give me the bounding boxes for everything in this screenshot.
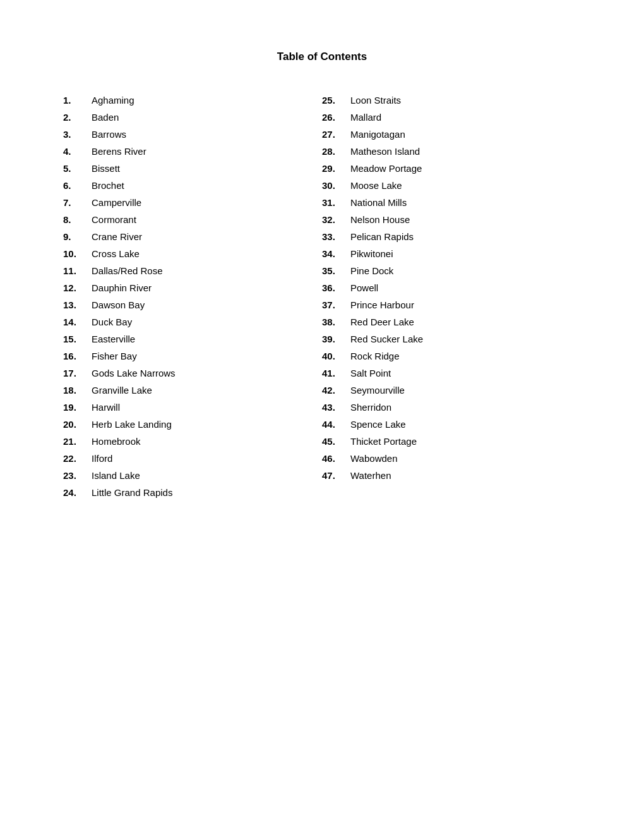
list-item: 34.Pikwitonei (322, 248, 581, 259)
item-number: 38. (322, 317, 350, 327)
list-item: 22.Ilford (63, 453, 322, 464)
item-label: Wabowden (350, 453, 398, 464)
item-label: Sherridon (350, 402, 391, 413)
item-label: Herb Lake Landing (92, 419, 172, 430)
item-label: Spence Lake (350, 419, 406, 430)
item-label: Matheson Island (350, 146, 420, 157)
item-number: 35. (322, 265, 350, 276)
item-label: Island Lake (92, 470, 140, 481)
list-item: 9.Crane River (63, 231, 322, 242)
item-number: 29. (322, 163, 350, 174)
item-label: Granville Lake (92, 385, 152, 396)
list-item: 23.Island Lake (63, 470, 322, 481)
item-label: Mallard (350, 112, 381, 123)
item-number: 45. (322, 436, 350, 447)
item-label: Dallas/Red Rose (92, 265, 163, 276)
item-number: 37. (322, 299, 350, 310)
list-item: 42.Seymourville (322, 385, 581, 396)
item-number: 41. (322, 368, 350, 378)
item-number: 25. (322, 95, 350, 106)
item-number: 9. (63, 231, 92, 242)
item-number: 13. (63, 299, 92, 310)
item-number: 1. (63, 95, 92, 106)
list-item: 33.Pelican Rapids (322, 231, 581, 242)
item-label: Camperville (92, 197, 141, 208)
item-label: Duck Bay (92, 317, 132, 327)
list-item: 24.Little Grand Rapids (63, 487, 322, 498)
item-label: Crane River (92, 231, 142, 242)
item-number: 24. (63, 487, 92, 498)
page-title: Table of Contents (63, 51, 581, 63)
item-number: 33. (322, 231, 350, 242)
item-label: Meadow Portage (350, 163, 422, 174)
list-item: 35.Pine Dock (322, 265, 581, 276)
item-label: Dawson Bay (92, 299, 145, 310)
list-item: 5.Bissett (63, 163, 322, 174)
item-label: Ilford (92, 453, 112, 464)
list-item: 16.Fisher Bay (63, 351, 322, 361)
item-label: Red Deer Lake (350, 317, 414, 327)
item-number: 46. (322, 453, 350, 464)
item-number: 4. (63, 146, 92, 157)
item-number: 7. (63, 197, 92, 208)
list-item: 19.Harwill (63, 402, 322, 413)
list-item: 32.Nelson House (322, 214, 581, 225)
list-item: 3.Barrows (63, 129, 322, 140)
item-label: Pelican Rapids (350, 231, 414, 242)
item-label: Fisher Bay (92, 351, 137, 361)
list-item: 6.Brochet (63, 180, 322, 191)
item-number: 21. (63, 436, 92, 447)
list-item: 4.Berens River (63, 146, 322, 157)
item-number: 5. (63, 163, 92, 174)
item-label: Prince Harbour (350, 299, 414, 310)
item-number: 43. (322, 402, 350, 413)
item-label: Bissett (92, 163, 120, 174)
item-label: Easterville (92, 334, 135, 344)
item-number: 18. (63, 385, 92, 396)
item-number: 31. (322, 197, 350, 208)
item-number: 12. (63, 282, 92, 293)
list-item: 1.Aghaming (63, 95, 322, 106)
item-label: Nelson House (350, 214, 410, 225)
list-item: 40.Rock Ridge (322, 351, 581, 361)
item-label: Cross Lake (92, 248, 140, 259)
list-item: 11.Dallas/Red Rose (63, 265, 322, 276)
item-label: Gods Lake Narrows (92, 368, 176, 378)
item-label: Little Grand Rapids (92, 487, 172, 498)
item-number: 19. (63, 402, 92, 413)
list-item: 30.Moose Lake (322, 180, 581, 191)
item-number: 27. (322, 129, 350, 140)
list-item: 39.Red Sucker Lake (322, 334, 581, 344)
item-number: 32. (322, 214, 350, 225)
list-item: 37.Prince Harbour (322, 299, 581, 310)
list-item: 44.Spence Lake (322, 419, 581, 430)
list-item: 27.Manigotagan (322, 129, 581, 140)
item-label: Pine Dock (350, 265, 393, 276)
item-label: Waterhen (350, 470, 391, 481)
item-number: 42. (322, 385, 350, 396)
list-item: 15.Easterville (63, 334, 322, 344)
item-number: 34. (322, 248, 350, 259)
item-number: 22. (63, 453, 92, 464)
item-number: 11. (63, 265, 92, 276)
list-item: 29.Meadow Portage (322, 163, 581, 174)
toc-left-column: 1.Aghaming2.Baden3.Barrows4.Berens River… (63, 95, 322, 504)
item-number: 23. (63, 470, 92, 481)
item-number: 3. (63, 129, 92, 140)
item-number: 10. (63, 248, 92, 259)
item-label: Seymourville (350, 385, 405, 396)
item-number: 15. (63, 334, 92, 344)
item-label: Moose Lake (350, 180, 402, 191)
list-item: 25.Loon Straits (322, 95, 581, 106)
item-label: Salt Point (350, 368, 391, 378)
item-number: 26. (322, 112, 350, 123)
item-label: National Mills (350, 197, 407, 208)
item-number: 2. (63, 112, 92, 123)
item-number: 39. (322, 334, 350, 344)
item-label: Loon Straits (350, 95, 401, 106)
list-item: 36.Powell (322, 282, 581, 293)
item-number: 17. (63, 368, 92, 378)
item-label: Powell (350, 282, 378, 293)
list-item: 31.National Mills (322, 197, 581, 208)
item-label: Red Sucker Lake (350, 334, 423, 344)
